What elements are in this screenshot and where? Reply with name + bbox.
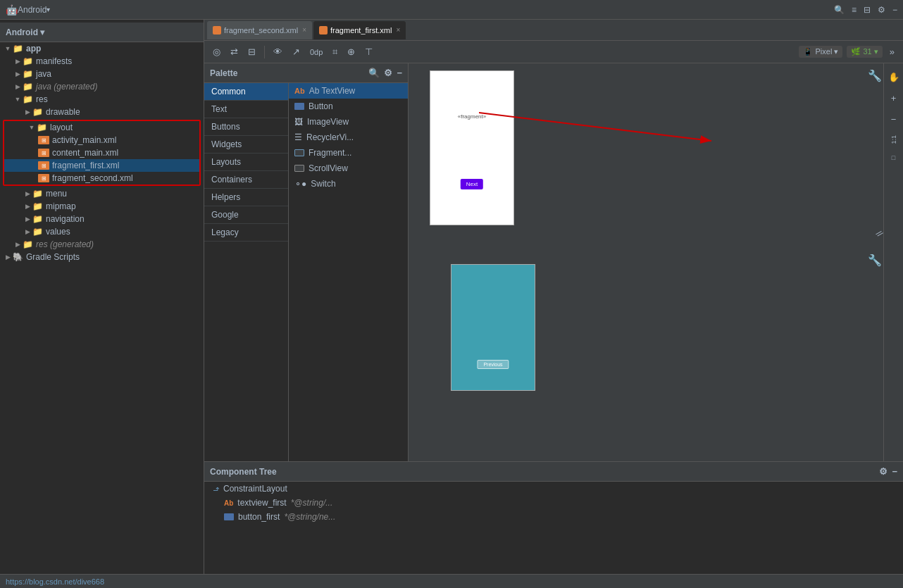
palette-item-imageview-label: ImageView [307, 117, 349, 127]
zoom-value-btn[interactable]: 0dp [307, 46, 325, 58]
tab-icon-first [319, 26, 328, 35]
eye-btn[interactable]: 👁 [270, 45, 285, 58]
palette-cat-buttons[interactable]: Buttons [204, 118, 288, 136]
design-mode-btn[interactable]: ◎ [210, 45, 223, 58]
palette-content: Common Text Buttons Widgets Layouts Cont… [204, 83, 408, 461]
split-btn[interactable]: ⊟ [864, 5, 871, 15]
snap-btn[interactable]: ⌗ [330, 45, 340, 59]
tab-fragment-first[interactable]: fragment_first.xml × [313, 21, 406, 39]
folder-nav-icon: 📁 [32, 214, 43, 224]
component-item-constraint[interactable]: ↰ ConstraintLayout [204, 482, 903, 496]
expand-arrow-icon: ▼ [3, 45, 13, 52]
palette-cat-containers[interactable]: Containers [204, 171, 288, 189]
tree-item-gradle[interactable]: ▶ 🐘 Gradle Scripts [0, 251, 204, 263]
palette-cat-widgets[interactable]: Widgets [204, 136, 288, 154]
extras-btn[interactable]: » [887, 45, 897, 58]
tree-label-fragment-second: fragment_second.xml [52, 173, 133, 183]
split-view-btn[interactable]: ⊟ [245, 45, 259, 58]
xml-file-fragment-second-icon: ⊞ [38, 174, 49, 182]
expand-arrow-res-icon: ▼ [13, 96, 23, 103]
tree-item-fragment-first[interactable]: ⊞ fragment_first.xml [4, 159, 199, 172]
palette-cat-text[interactable]: Text [204, 101, 288, 118]
tab-label-first: fragment_first.xml [330, 26, 392, 35]
palette-item-textview-label: Ab TextView [309, 86, 356, 96]
align-text-btn[interactable]: ⊤ [362, 45, 375, 58]
phone-text-first: «fragment» [430, 113, 513, 120]
tree-item-java-gen[interactable]: ▶ 📁 java (generated) [0, 80, 204, 93]
palette-cat-helpers[interactable]: Helpers [204, 189, 288, 206]
tab-fragment-second[interactable]: fragment_second.xml × [207, 21, 312, 39]
phone-button-first: Next [461, 179, 483, 189]
tree-item-navigation[interactable]: ▶ 📁 navigation [0, 213, 204, 225]
expand-arrow-java-icon: ▶ [13, 70, 23, 77]
component-tree-minimize-icon[interactable]: − [892, 466, 897, 477]
tree-item-res-gen[interactable]: ▶ 📁 res (generated) [0, 238, 204, 251]
tree-label-manifests: manifests [36, 56, 72, 66]
palette-item-button[interactable]: Button [289, 99, 408, 114]
folder-res-icon: 📁 [23, 94, 33, 104]
tree-item-mipmap[interactable]: ▶ 📁 mipmap [0, 200, 204, 213]
palette-item-button-label: Button [309, 101, 333, 111]
tree-label-res: res [36, 94, 48, 104]
tab-close-first[interactable]: × [396, 26, 400, 34]
cursor-btn[interactable]: ↗ [289, 45, 303, 58]
tree-item-drawable[interactable]: ▶ 📁 drawable [0, 106, 204, 118]
component-item-button[interactable]: button_first *@string/ne... [204, 510, 903, 524]
editor-area: fragment_second.xml × fragment_first.xml… [204, 20, 903, 574]
scroll-end-btn[interactable]: □ [886, 150, 902, 165]
status-bar: https://blog.csdn.net/dive668 [0, 574, 903, 588]
tab-close-second[interactable]: × [302, 26, 306, 34]
tree-item-java[interactable]: ▶ 📁 java [0, 68, 204, 80]
dropdown-arrow-icon[interactable]: ▾ [46, 6, 50, 13]
device-selector[interactable]: 📱 Pixel ▾ [799, 46, 842, 58]
tab-label-second: fragment_second.xml [224, 26, 298, 35]
minimize-btn[interactable]: − [892, 5, 897, 15]
tree-item-res[interactable]: ▼ 📁 res [0, 93, 204, 106]
component-label-constraint: ConstraintLayout [223, 484, 287, 494]
palette-item-textview[interactable]: Ab Ab TextView [289, 83, 408, 99]
palette-cat-common[interactable]: Common [204, 83, 288, 101]
search-btn[interactable]: 🔍 [834, 5, 845, 15]
tree-item-values[interactable]: ▶ 📁 values [0, 225, 204, 238]
gradle-icon: 🐘 [13, 252, 23, 262]
hand-tool-btn[interactable]: ✋ [886, 69, 902, 85]
palette-cat-google[interactable]: Google [204, 206, 288, 224]
tree-item-menu[interactable]: ▶ 📁 menu [0, 187, 204, 200]
component-tree-settings-icon[interactable]: ⚙ [879, 466, 888, 477]
api-selector[interactable]: 🌿 31 ▾ [847, 46, 882, 58]
align-btn[interactable]: ≡ [852, 5, 857, 15]
zoom-in-btn[interactable]: + [886, 90, 902, 106]
settings-btn[interactable]: ⚙ [878, 5, 885, 15]
palette-item-imageview[interactable]: 🖼 ImageView [289, 114, 408, 130]
tree-item-content-main[interactable]: ⊞ content_main.xml [4, 146, 199, 159]
toolbar-divider-1 [264, 46, 265, 58]
component-label-button: button_first [238, 512, 280, 522]
palette-minimize-icon[interactable]: − [397, 68, 402, 78]
tree-item-activity-main[interactable]: ⊞ activity_main.xml [4, 134, 199, 146]
palette-settings-icon[interactable]: ⚙ [384, 68, 392, 78]
tree-item-fragment-second[interactable]: ⊞ fragment_second.xml [4, 172, 199, 184]
textview-icon: Ab [294, 87, 305, 95]
zoom-out-btn[interactable]: − [886, 111, 902, 127]
palette-cat-layouts[interactable]: Layouts [204, 154, 288, 171]
palette-item-scrollview[interactable]: ScrollView [289, 161, 408, 176]
tree-item-layout[interactable]: ▼ 📁 layout [4, 121, 199, 134]
wrench-icon-1: 🔧 [868, 69, 882, 82]
tree-item-manifests[interactable]: ▶ 📁 manifests [0, 55, 204, 68]
constraint-btn[interactable]: ⊕ [344, 45, 358, 58]
palette-item-fragment[interactable]: Fragment... [289, 145, 408, 161]
palette-item-switch[interactable]: ⚬● Switch [289, 176, 408, 192]
scrollview-icon [294, 165, 304, 172]
palette-item-recyclerview[interactable]: ☰ RecyclerVi... [289, 130, 408, 145]
palette-search-icon[interactable]: 🔍 [368, 68, 380, 78]
orient-btn[interactable]: ⇄ [228, 45, 241, 58]
preview-container: 🔧 «fragment» Next [409, 63, 903, 461]
expand-arrow-gradle-icon: ▶ [3, 254, 13, 261]
folder-manifests-icon: 📁 [23, 56, 33, 66]
palette-cat-legacy[interactable]: Legacy [204, 224, 288, 242]
tree-item-app[interactable]: ▼ 📁 app [0, 42, 204, 55]
expand-arrow-layout-icon: ▼ [27, 124, 37, 131]
component-attr-button: *@string/ne... [284, 512, 335, 522]
component-item-textview[interactable]: Ab textview_first *@string/... [204, 496, 903, 510]
wrench-icon-2: 🔧 [868, 254, 882, 267]
